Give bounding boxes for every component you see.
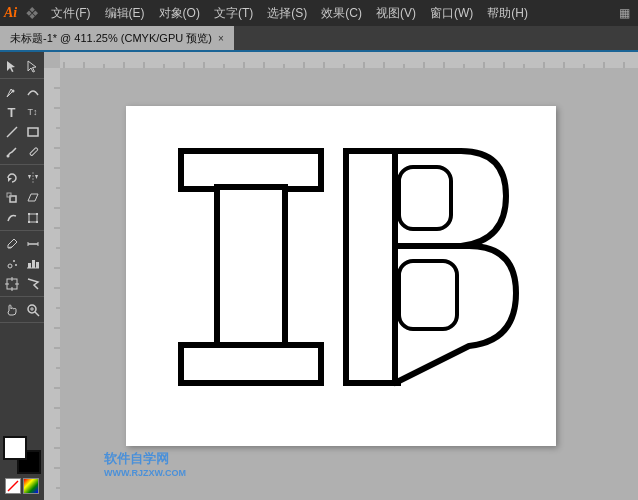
- svg-rect-13: [29, 214, 37, 222]
- pencil-tool[interactable]: [23, 142, 43, 162]
- svg-line-38: [8, 481, 18, 491]
- svg-rect-39: [44, 52, 638, 68]
- svg-rect-97: [399, 167, 451, 229]
- none-icon[interactable]: [5, 478, 21, 494]
- active-tab[interactable]: 未标题-1* @ 411.25% (CMYK/GPU 预览) ×: [0, 26, 234, 50]
- svg-rect-4: [28, 128, 38, 136]
- svg-rect-94: [217, 187, 285, 345]
- select-tool[interactable]: [2, 56, 22, 76]
- svg-rect-70: [44, 52, 60, 68]
- paintbrush-tool[interactable]: [2, 142, 22, 162]
- ruler-vertical: [44, 68, 60, 500]
- toolbar: T T↕: [0, 52, 44, 500]
- tool-group-draw: T T↕: [0, 82, 44, 165]
- menu-bar: Ai ❖ 文件(F) 编辑(E) 对象(O) 文字(T) 选择(S) 效果(C)…: [0, 0, 638, 26]
- fill-color-box[interactable]: [3, 436, 27, 460]
- menu-select[interactable]: 选择(S): [261, 3, 313, 24]
- direct-select-tool[interactable]: [23, 56, 43, 76]
- warp-tool[interactable]: [2, 208, 22, 228]
- line-tool[interactable]: [2, 122, 22, 142]
- menu-text[interactable]: 文字(T): [208, 3, 259, 24]
- svg-point-2: [11, 90, 14, 93]
- rotate-tool[interactable]: [2, 168, 22, 188]
- menu-file[interactable]: 文件(F): [45, 3, 96, 24]
- tool-group-selection: [0, 56, 44, 79]
- hand-tool[interactable]: [2, 300, 22, 320]
- color-area: [0, 436, 44, 500]
- tool-group-special: [0, 234, 44, 297]
- measure-tool[interactable]: [23, 234, 43, 254]
- tab-title: 未标题-1* @ 411.25% (CMYK/GPU 预览): [10, 31, 212, 46]
- svg-rect-95: [181, 345, 321, 383]
- svg-rect-71: [44, 68, 60, 500]
- svg-rect-27: [36, 262, 39, 268]
- scale-tool[interactable]: [2, 188, 22, 208]
- menu-help[interactable]: 帮助(H): [481, 3, 534, 24]
- tool-group-view: [0, 300, 44, 323]
- svg-marker-10: [35, 175, 38, 179]
- rect-tool[interactable]: [23, 122, 43, 142]
- watermark: 软件自学网 WWW.RJZXW.COM: [104, 451, 186, 480]
- svg-rect-15: [36, 213, 38, 215]
- fill-stroke-indicator[interactable]: [3, 436, 41, 474]
- svg-point-24: [15, 264, 17, 266]
- shear-tool[interactable]: [23, 188, 43, 208]
- menu-view[interactable]: 视图(V): [370, 3, 422, 24]
- canvas-area[interactable]: 软件自学网 WWW.RJZXW.COM: [44, 52, 638, 500]
- svg-rect-93: [181, 151, 321, 189]
- symbol-sprayer-tool[interactable]: [2, 254, 22, 274]
- svg-rect-6: [29, 147, 37, 155]
- tab-bar: 未标题-1* @ 411.25% (CMYK/GPU 预览) ×: [0, 26, 638, 52]
- curvature-tool[interactable]: [23, 82, 43, 102]
- svg-point-22: [8, 264, 12, 268]
- ruler-horizontal: [44, 52, 638, 68]
- svg-line-35: [35, 312, 39, 316]
- tool-group-transform: [0, 168, 44, 231]
- main-area: T T↕: [0, 52, 638, 500]
- svg-rect-16: [28, 221, 30, 223]
- slice-tool[interactable]: [23, 274, 43, 294]
- column-graph-tool[interactable]: [23, 254, 43, 274]
- svg-marker-0: [7, 61, 15, 72]
- reflect-tool[interactable]: [23, 168, 43, 188]
- svg-marker-9: [28, 175, 31, 179]
- eyedropper-tool[interactable]: [2, 234, 22, 254]
- color-mode-icon[interactable]: [23, 478, 39, 494]
- svg-rect-98: [399, 261, 457, 329]
- menu-object[interactable]: 对象(O): [153, 3, 206, 24]
- letter-artwork: [151, 131, 531, 421]
- svg-rect-26: [32, 260, 35, 268]
- artboard-tool[interactable]: [2, 274, 22, 294]
- type-tool[interactable]: T: [2, 102, 22, 122]
- watermark-line2: WWW.RJZXW.COM: [104, 468, 186, 480]
- svg-rect-17: [36, 221, 38, 223]
- tab-close-button[interactable]: ×: [218, 33, 224, 44]
- artboard: [126, 106, 556, 446]
- svg-marker-7: [8, 178, 12, 182]
- svg-rect-14: [28, 213, 30, 215]
- watermark-line1: 软件自学网: [104, 451, 186, 468]
- zoom-tool[interactable]: [23, 300, 43, 320]
- app-logo: Ai: [4, 5, 17, 21]
- svg-rect-96: [346, 151, 398, 383]
- menu-edit[interactable]: 编辑(E): [99, 3, 151, 24]
- svg-line-3: [7, 127, 17, 137]
- free-transform-tool[interactable]: [23, 208, 43, 228]
- menu-effect[interactable]: 效果(C): [315, 3, 368, 24]
- svg-point-23: [13, 260, 15, 262]
- pen-tool[interactable]: [2, 82, 22, 102]
- svg-line-18: [8, 247, 12, 248]
- menu-window[interactable]: 窗口(W): [424, 3, 479, 24]
- svg-point-5: [6, 155, 9, 158]
- svg-marker-1: [28, 61, 36, 72]
- touch-type-tool[interactable]: T↕: [23, 102, 43, 122]
- color-extra-icons: [5, 478, 39, 494]
- svg-rect-25: [28, 263, 31, 268]
